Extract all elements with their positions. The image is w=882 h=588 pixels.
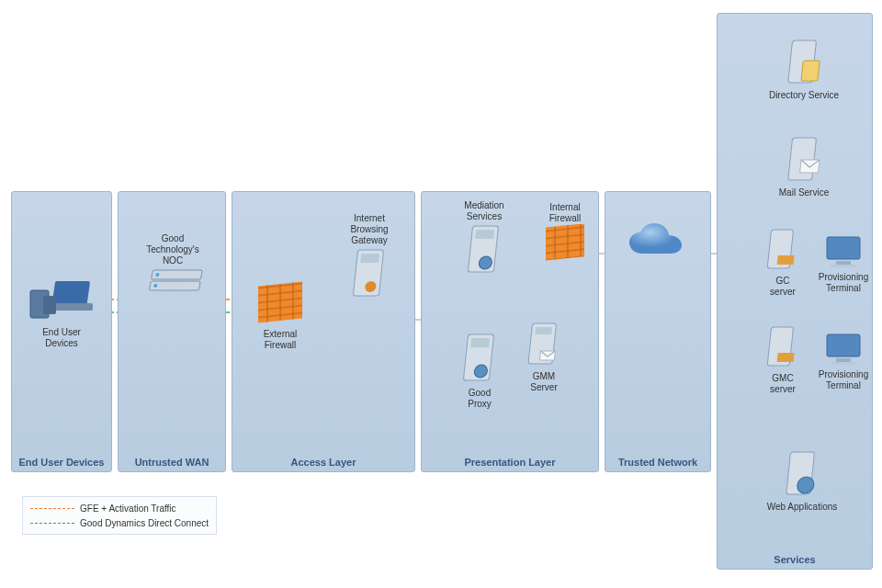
svg-rect-32 [831, 265, 856, 267]
legend-row-gddc: Good Dynamics Direct Connect [30, 515, 209, 530]
firewall-icon [254, 281, 306, 327]
zone-title: Trusted Network [605, 457, 710, 468]
legend-line-orange-icon [30, 508, 74, 509]
node-label: Mediation Services [450, 200, 518, 222]
zone-title: Presentation Layer [422, 457, 598, 468]
zone-title: Access Layer [232, 457, 414, 468]
legend-line-green-icon [30, 523, 74, 524]
node-label: External Firewall [248, 329, 312, 351]
zone-title: Services [718, 554, 872, 565]
tower-server-icon [784, 134, 824, 186]
node-label: GC server [753, 276, 812, 298]
node-provisioning-terminal-1: Provisioning Terminal [814, 233, 873, 294]
svg-rect-36 [836, 358, 851, 362]
firewall-icon [542, 224, 588, 266]
node-external-firewall: External Firewall [248, 281, 312, 351]
rack-server-icon [141, 266, 205, 300]
tower-server-icon [526, 320, 562, 369]
tower-server-icon [784, 37, 824, 88]
svg-rect-15 [475, 230, 494, 239]
svg-rect-29 [777, 255, 795, 265]
node-label: Provisioning Terminal [814, 272, 873, 294]
legend-row-gfe: GFE + Activation Traffic [30, 501, 209, 515]
node-mediation-services: Mediation Services [450, 198, 518, 277]
node-gmm-server: GMM Server [516, 320, 571, 393]
legend-label: GFE + Activation Traffic [80, 503, 176, 514]
tower-server-icon [349, 246, 390, 301]
tower-server-icon [764, 226, 801, 274]
node-directory-service: Directory Service [753, 37, 854, 101]
node-label: Mail Service [753, 187, 854, 198]
zone-title: End User Devices [12, 457, 111, 468]
monitor-icon [823, 233, 864, 270]
node-label: Internal Firewall [535, 202, 595, 224]
legend-label: Good Dynamics Direct Connect [80, 518, 209, 528]
svg-rect-17 [546, 224, 584, 261]
svg-rect-0 [51, 281, 90, 307]
svg-rect-34 [777, 353, 795, 362]
node-internet-browsing-gateway: Internet Browsing Gateway [331, 211, 408, 301]
node-label: Directory Service [753, 90, 854, 101]
node-label: GMM Server [516, 371, 571, 393]
svg-rect-12 [360, 254, 379, 263]
svg-rect-26 [788, 138, 817, 180]
legend: GFE + Activation Traffic Good Dynamics D… [22, 496, 217, 535]
cloud-icon [626, 220, 690, 266]
node-label: Good Technology's NOC [132, 233, 213, 266]
svg-rect-3 [43, 296, 56, 314]
node-label: Web Applications [750, 502, 854, 513]
node-noc: Good Technology's NOC [132, 232, 213, 300]
node-web-applications: Web Applications [750, 448, 854, 513]
devices-icon [28, 276, 95, 325]
node-cloud [621, 220, 695, 266]
svg-rect-10 [258, 282, 302, 323]
node-label: GMC server [753, 373, 812, 395]
svg-rect-37 [831, 362, 856, 365]
node-gc-server: GC server [753, 226, 812, 298]
svg-rect-25 [801, 61, 820, 81]
tower-server-icon [764, 323, 801, 371]
node-end-user-devices: End User Devices [20, 276, 103, 349]
node-good-proxy: Good Proxy [450, 331, 509, 410]
node-label: End User Devices [20, 327, 103, 349]
svg-rect-31 [836, 261, 851, 265]
svg-rect-35 [827, 334, 860, 356]
svg-rect-19 [470, 338, 490, 347]
tower-server-icon [459, 331, 500, 386]
tower-server-icon [782, 448, 822, 500]
node-label: Good Proxy [450, 388, 509, 410]
node-gmc-server: GMC server [753, 323, 812, 395]
monitor-icon [823, 331, 864, 368]
node-provisioning-terminal-2: Provisioning Terminal [814, 331, 873, 391]
zone-title: Untrusted WAN [119, 457, 225, 468]
node-internal-firewall: Internal Firewall [535, 200, 595, 266]
tower-server-icon [464, 222, 504, 277]
svg-rect-30 [827, 237, 860, 259]
node-label: Provisioning Terminal [814, 369, 873, 391]
node-label: Internet Browsing Gateway [331, 213, 408, 246]
svg-rect-22 [535, 327, 552, 334]
node-mail-service: Mail Service [753, 134, 854, 198]
